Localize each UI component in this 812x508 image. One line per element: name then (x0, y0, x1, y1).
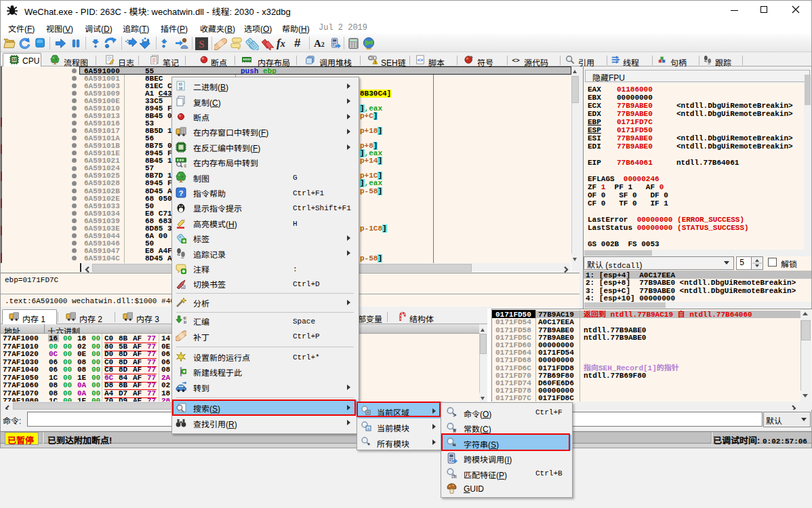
svg-text:*: * (367, 442, 370, 447)
svg-text:#: # (453, 427, 456, 433)
svg-text:x: x (367, 427, 369, 431)
svg-text:>: > (453, 412, 456, 418)
svg-text:<>: <> (512, 56, 520, 64)
svg-text:10: 10 (179, 86, 183, 90)
svg-text:32: 32 (12, 58, 16, 62)
svg-text:10: 10 (184, 320, 187, 324)
svg-text:S: S (199, 38, 204, 50)
svg-text:?: ? (179, 189, 184, 197)
svg-text:@: @ (184, 163, 186, 168)
svg-text:!: ! (375, 60, 376, 64)
svg-text:<>: <> (418, 58, 423, 62)
